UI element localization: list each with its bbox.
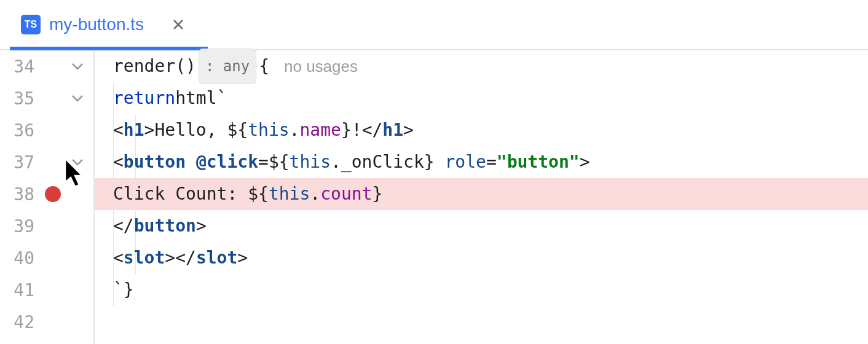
line-number[interactable]: 40: [0, 248, 37, 268]
code-line[interactable]: <h1>Hello, ${this.name}!</h1>: [95, 114, 868, 146]
line-number[interactable]: 38: [0, 184, 37, 205]
file-tab[interactable]: TS my-button.ts: [9, 0, 197, 49]
typescript-file-icon: TS: [21, 15, 41, 34]
code-line[interactable]: <slot></slot>: [95, 242, 868, 274]
breakpoint-marker[interactable]: [45, 186, 61, 202]
code-line-breakpoint[interactable]: Click Count: ${this.count}: [95, 178, 868, 210]
line-number[interactable]: 35: [0, 88, 37, 109]
file-icon-text: TS: [25, 19, 37, 30]
code-line[interactable]: [95, 306, 868, 338]
line-number[interactable]: 42: [0, 312, 37, 332]
code-line[interactable]: render(): any {no usages: [95, 50, 868, 82]
code-line[interactable]: `}: [95, 274, 868, 306]
tab-bar: TS my-button.ts: [0, 0, 868, 50]
line-number[interactable]: 36: [0, 120, 37, 141]
code-area[interactable]: render(): any {no usages return html` <h…: [95, 50, 868, 344]
line-number[interactable]: 39: [0, 216, 37, 237]
editor-area: 34 35 36 37 38 39 40: [0, 50, 868, 344]
return-type-hint: : any: [199, 49, 256, 84]
gutter[interactable]: 34 35 36 37 38 39 40: [0, 50, 95, 344]
fold-icon[interactable]: [70, 91, 85, 106]
line-number[interactable]: 41: [0, 280, 37, 300]
line-number[interactable]: 37: [0, 152, 37, 173]
tab-filename: my-button.ts: [49, 15, 144, 34]
code-line[interactable]: return html`: [95, 82, 868, 114]
fold-icon[interactable]: [70, 59, 85, 74]
fold-icon[interactable]: [70, 155, 85, 170]
usages-hint[interactable]: no usages: [284, 50, 358, 82]
code-line[interactable]: <button @click=${this._onClick} role="bu…: [95, 146, 868, 178]
line-number[interactable]: 34: [0, 57, 37, 77]
close-tab-icon[interactable]: [172, 18, 184, 31]
code-line[interactable]: </button>: [95, 210, 868, 242]
